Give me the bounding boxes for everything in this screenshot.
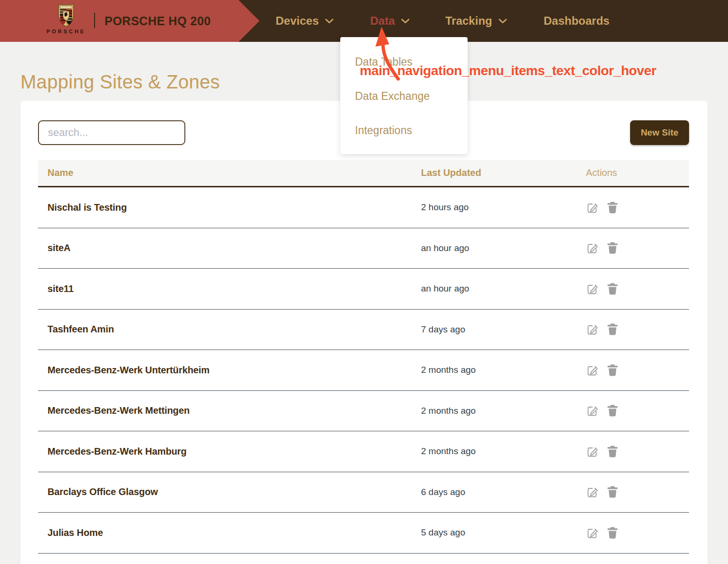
menu-item-integrations[interactable]: Integrations	[340, 113, 468, 147]
chevron-down-icon	[401, 19, 410, 24]
edit-icon	[586, 445, 599, 458]
last-updated-cell: 6 days ago	[421, 487, 586, 497]
sites-card: New Site Name Last Updated Actions Nisch…	[20, 101, 708, 564]
last-updated-cell: 2 hours ago	[421, 202, 586, 213]
table-row[interactable]: Mercedes-Benz-Werk Untertürkheim 2 month…	[38, 350, 689, 391]
site-name-cell: Mercedes-Benz-Werk Untertürkheim	[38, 365, 421, 376]
edit-icon	[586, 486, 599, 498]
new-site-button[interactable]: New Site	[630, 120, 689, 145]
actions-cell	[586, 486, 689, 498]
actions-cell	[586, 323, 689, 336]
delete-button[interactable]	[607, 283, 618, 295]
last-updated-cell: an hour ago	[421, 243, 586, 253]
edit-button[interactable]	[586, 242, 599, 254]
trash-icon	[607, 527, 618, 539]
site-name-cell: Nischal is Testing	[38, 202, 421, 213]
trash-icon	[607, 405, 618, 417]
nav-item-dashboards-label: Dashboards	[544, 14, 610, 28]
porsche-logo[interactable]: PORSCHE	[40, 4, 92, 34]
table-row[interactable]: Nischal is Testing 2 hours ago	[38, 187, 689, 228]
edit-button[interactable]	[586, 445, 599, 458]
trash-icon	[607, 242, 618, 254]
site-name-cell: Mercedes-Benz-Werk Mettingen	[38, 405, 421, 416]
table-row[interactable]: site11 an hour ago	[38, 269, 689, 310]
edit-button[interactable]	[586, 486, 599, 498]
page-title: Mapping Sites & Zones	[20, 71, 220, 93]
table-row[interactable]: Mercedes-Benz-Werk Mettingen 2 months ag…	[38, 391, 689, 432]
actions-cell	[586, 445, 689, 458]
porsche-wordmark: PORSCHE	[40, 29, 92, 34]
nav-item-data-label: Data	[370, 14, 395, 28]
table-row[interactable]: siteA an hour ago	[38, 228, 689, 269]
nav-item-devices[interactable]: Devices	[276, 0, 334, 42]
nav-item-tracking[interactable]: Tracking	[445, 0, 507, 42]
menu-item-data-exchange[interactable]: Data Exchange	[340, 79, 468, 113]
delete-button[interactable]	[607, 202, 618, 214]
site-name-cell: siteA	[38, 243, 421, 253]
nav-item-data[interactable]: Data	[370, 0, 410, 42]
site-name-cell: Barclays Office Glasgow	[38, 486, 421, 497]
sites-table: Name Last Updated Actions Nischal is Tes…	[38, 160, 689, 562]
site-name-cell: Tashfeen Amin	[38, 324, 421, 335]
search-box	[38, 120, 185, 145]
table-header: Name Last Updated Actions	[38, 160, 689, 187]
edit-icon	[586, 364, 599, 377]
last-updated-cell: an hour ago	[421, 283, 586, 294]
column-header-last-updated: Last Updated	[421, 167, 586, 178]
site-name: PORSCHE HQ 200	[105, 0, 211, 42]
partial-next-row	[38, 554, 689, 562]
edit-icon	[586, 282, 599, 295]
trash-icon	[607, 446, 618, 457]
actions-cell	[586, 242, 689, 254]
actions-cell	[586, 364, 689, 377]
delete-button[interactable]	[607, 486, 618, 498]
edit-icon	[586, 242, 599, 254]
actions-cell	[586, 404, 689, 417]
nav-item-devices-label: Devices	[276, 14, 319, 28]
column-header-name: Name	[38, 167, 421, 178]
brand-banner: PORSCHE PORSCHE HQ 200	[0, 0, 259, 42]
edit-icon	[586, 404, 599, 417]
edit-button[interactable]	[586, 323, 599, 336]
last-updated-cell: 7 days ago	[421, 324, 586, 335]
edit-icon	[586, 526, 599, 539]
edit-button[interactable]	[586, 404, 599, 417]
last-updated-cell: 2 months ago	[421, 406, 586, 416]
delete-button[interactable]	[607, 242, 618, 254]
brand-divider	[94, 13, 95, 28]
actions-cell	[586, 282, 689, 295]
search-input[interactable]	[39, 126, 189, 139]
last-updated-cell: 5 days ago	[421, 527, 586, 538]
delete-button[interactable]	[607, 364, 618, 376]
nav-item-tracking-label: Tracking	[445, 14, 492, 28]
site-name-cell: Mercedes-Benz-Werk Hamburg	[38, 446, 421, 457]
trash-icon	[607, 283, 618, 295]
edit-button[interactable]	[586, 364, 599, 377]
table-row[interactable]: Julias Home 5 days ago	[38, 513, 689, 554]
table-row[interactable]: Barclays Office Glasgow 6 days ago	[38, 472, 689, 513]
delete-button[interactable]	[607, 405, 618, 417]
trash-icon	[607, 486, 618, 498]
trash-icon	[607, 202, 618, 214]
porsche-crest-icon	[57, 4, 75, 28]
edit-icon	[586, 323, 599, 336]
chevron-down-icon	[325, 19, 334, 24]
last-updated-cell: 2 months ago	[421, 365, 586, 375]
actions-cell	[586, 526, 689, 539]
annotation-label: main_navigation_menu_items_text_color_ho…	[360, 63, 656, 78]
column-header-actions: Actions	[586, 167, 689, 178]
edit-button[interactable]	[586, 282, 599, 295]
table-row[interactable]: Mercedes-Benz-Werk Hamburg 2 months ago	[38, 431, 689, 472]
edit-icon	[586, 201, 599, 214]
nav-item-dashboards[interactable]: Dashboards	[544, 0, 610, 42]
trash-icon	[607, 323, 618, 335]
data-dropdown-menu: Data Tables Data Exchange Integrations	[340, 37, 468, 154]
delete-button[interactable]	[607, 527, 618, 539]
delete-button[interactable]	[607, 446, 618, 457]
edit-button[interactable]	[586, 526, 599, 539]
site-name-cell: Julias Home	[38, 527, 421, 538]
top-navigation-bar: PORSCHE PORSCHE HQ 200 Devices Data Trac…	[0, 0, 728, 42]
table-row[interactable]: Tashfeen Amin 7 days ago	[38, 310, 689, 350]
edit-button[interactable]	[586, 201, 599, 214]
delete-button[interactable]	[607, 323, 618, 335]
